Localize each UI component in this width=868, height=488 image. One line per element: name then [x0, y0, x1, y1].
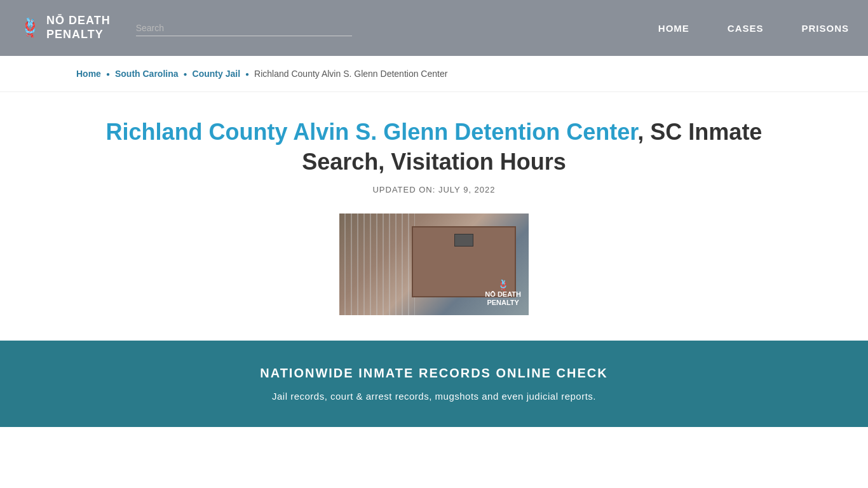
breadcrumb-home[interactable]: Home	[76, 69, 101, 79]
nav-cases[interactable]: CASES	[728, 23, 764, 34]
fence-graphic	[339, 214, 415, 315]
facility-logo-icon: 🪢	[497, 280, 510, 290]
breadcrumb-separator-1: ●	[106, 71, 110, 78]
updated-date: UPDATED ON: JULY 9, 2022	[76, 185, 792, 194]
nav-prisons[interactable]: PRISONS	[801, 23, 849, 34]
facility-image-logo: 🪢 NŌ DEATH PENALTY	[485, 280, 521, 307]
page-title: Richland County Alvin S. Glenn Detention…	[76, 118, 792, 177]
teal-banner-subtitle: Jail records, court & arrest records, mu…	[76, 391, 792, 402]
breadcrumb-separator-2: ●	[184, 71, 187, 78]
window-graphic	[454, 234, 473, 247]
search-input[interactable]	[136, 20, 352, 36]
breadcrumb-state[interactable]: South Carolina	[115, 69, 179, 79]
facility-image: 🪢 NŌ DEATH PENALTY	[339, 214, 529, 315]
breadcrumb: Home ● South Carolina ● County Jail ● Ri…	[76, 69, 792, 79]
teal-banner: NATIONWIDE INMATE RECORDS ONLINE CHECK J…	[0, 341, 868, 427]
facility-logo-text: NŌ DEATH PENALTY	[485, 290, 521, 307]
logo[interactable]: 🪢 NŌ DEATH PENALTY	[19, 14, 111, 41]
nav-home[interactable]: HOME	[658, 23, 689, 34]
breadcrumb-separator-3: ●	[245, 71, 249, 78]
search-area	[136, 20, 352, 36]
logo-text: NŌ DEATH PENALTY	[46, 14, 111, 41]
teal-banner-title: NATIONWIDE INMATE RECORDS ONLINE CHECK	[76, 366, 792, 381]
breadcrumb-section: Home ● South Carolina ● County Jail ● Ri…	[0, 56, 868, 92]
main-content: Richland County Alvin S. Glenn Detention…	[0, 92, 868, 315]
site-header: 🪢 NŌ DEATH PENALTY HOME CASES PRISONS	[0, 0, 868, 56]
main-nav: HOME CASES PRISONS	[658, 23, 849, 34]
page-title-highlight: Richland County Alvin S. Glenn Detention…	[106, 119, 638, 145]
facility-image-wrapper: 🪢 NŌ DEATH PENALTY	[76, 214, 792, 315]
breadcrumb-current-page: Richland County Alvin S. Glenn Detention…	[254, 69, 447, 79]
breadcrumb-category[interactable]: County Jail	[193, 69, 240, 79]
logo-icon: 🪢	[19, 19, 41, 37]
